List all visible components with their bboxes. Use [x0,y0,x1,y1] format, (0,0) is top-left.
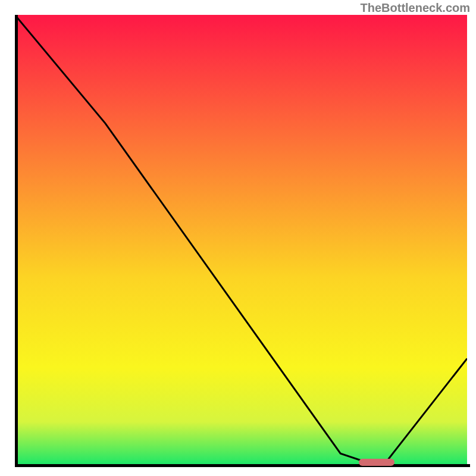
chart-container: TheBottleneck.com [0,0,476,476]
y-axis [15,15,18,467]
x-axis [15,464,470,467]
gradient-background [15,15,467,467]
chart-plot [15,15,467,467]
watermark-text: TheBottleneck.com [361,1,470,15]
optimal-marker [359,459,395,466]
